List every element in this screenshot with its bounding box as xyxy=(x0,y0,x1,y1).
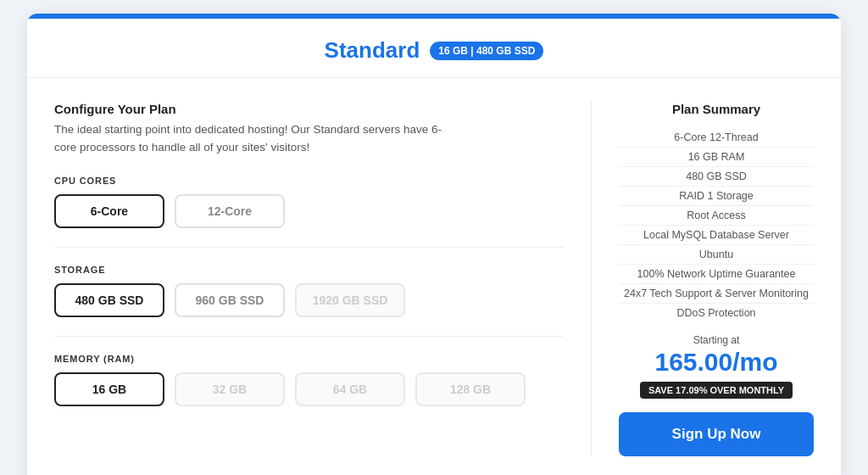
cpu-6core-btn[interactable]: 6-Core xyxy=(54,194,164,228)
plan-price: 165.00/mo xyxy=(654,348,777,377)
feature-item: 24x7 Tech Support & Server Monitoring xyxy=(619,284,814,304)
memory-label: MEMORY (RAM) xyxy=(54,354,564,364)
feature-item: Local MySQL Database Server xyxy=(619,226,814,245)
cpu-12core-btn[interactable]: 12-Core xyxy=(175,194,285,228)
feature-item: 100% Network Uptime Guarantee xyxy=(619,265,814,284)
vertical-divider xyxy=(591,102,592,456)
storage-480-btn[interactable]: 480 GB SSD xyxy=(54,283,164,317)
storage-options: 480 GB SSD 960 GB SSD 1920 GB SSD xyxy=(54,283,564,317)
divider-1 xyxy=(54,247,564,248)
plan-card: Standard 16 GB | 480 GB SSD Configure Yo… xyxy=(27,14,841,475)
summary-section: Plan Summary 6-Core 12-Thread 16 GB RAM … xyxy=(619,102,814,456)
save-badge: SAVE 17.09% OVER MONTHLY xyxy=(640,382,793,399)
memory-32gb-btn: 32 GB xyxy=(175,372,285,406)
divider-2 xyxy=(54,336,564,337)
memory-16gb-btn[interactable]: 16 GB xyxy=(54,372,164,406)
storage-1920-btn: 1920 GB SSD xyxy=(295,283,405,317)
header-title-group: Standard 16 GB | 480 GB SSD xyxy=(325,37,544,64)
configure-section: Configure Your Plan The ideal starting p… xyxy=(54,102,564,456)
cpu-core-options: 6-Core 12-Core xyxy=(54,194,564,228)
plan-badge: 16 GB | 480 GB SSD xyxy=(430,42,543,60)
card-header: Standard 16 GB | 480 GB SSD xyxy=(27,19,841,78)
feature-item: 6-Core 12-Thread xyxy=(619,128,814,148)
storage-group: STORAGE 480 GB SSD 960 GB SSD 1920 GB SS… xyxy=(54,265,564,317)
signup-button[interactable]: Sign Up Now xyxy=(619,412,814,456)
memory-options: 16 GB 32 GB 64 GB 128 GB xyxy=(54,372,564,406)
memory-64gb-btn: 64 GB xyxy=(295,372,405,406)
cpu-cores-group: CPU CORES 6-Core 12-Core xyxy=(54,176,564,228)
summary-title: Plan Summary xyxy=(672,102,760,116)
storage-label: STORAGE xyxy=(54,265,564,275)
starting-at-label: Starting at xyxy=(693,334,740,346)
feature-item: Root Access xyxy=(619,206,814,226)
memory-group: MEMORY (RAM) 16 GB 32 GB 64 GB 128 GB xyxy=(54,354,564,406)
summary-features-list: 6-Core 12-Thread 16 GB RAM 480 GB SSD RA… xyxy=(619,128,814,322)
configure-description: The ideal starting point into dedicated … xyxy=(54,121,461,157)
plan-title: Standard xyxy=(325,37,420,64)
feature-item: 480 GB SSD xyxy=(619,167,814,187)
memory-128gb-btn: 128 GB xyxy=(415,372,526,406)
feature-item: Ubuntu xyxy=(619,245,814,265)
configure-title: Configure Your Plan xyxy=(54,102,564,116)
card-body: Configure Your Plan The ideal starting p… xyxy=(27,78,841,475)
storage-960-btn[interactable]: 960 GB SSD xyxy=(175,283,285,317)
feature-item: 16 GB RAM xyxy=(619,148,814,167)
feature-item: DDoS Protection xyxy=(619,304,814,322)
feature-item: RAID 1 Storage xyxy=(619,187,814,206)
cpu-cores-label: CPU CORES xyxy=(54,176,564,186)
